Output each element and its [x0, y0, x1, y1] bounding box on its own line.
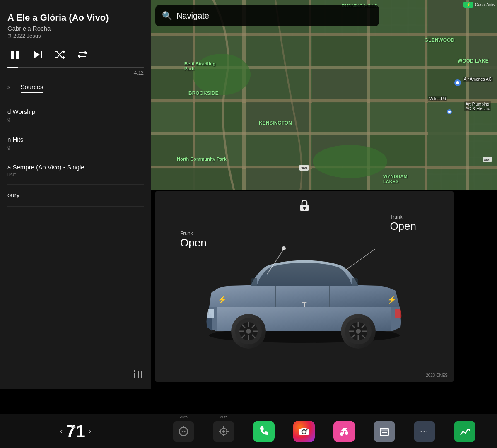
svg-point-120 — [345, 431, 348, 435]
search-icon: 🔍 — [162, 11, 172, 21]
svg-text:T: T — [302, 301, 307, 309]
progress-fill — [7, 67, 18, 68]
phone-button[interactable] — [253, 421, 275, 442]
svg-point-64 — [456, 81, 459, 84]
music-tabs: s Sources — [7, 83, 144, 97]
top-right-status: ⚡ Casa Activ — [463, 2, 495, 8]
trunk-title: Trunk — [390, 214, 416, 220]
bottom-apps: Auto Auto — [151, 421, 497, 442]
trunk-status: Open — [390, 220, 416, 232]
svg-rect-45 — [195, 102, 242, 132]
album-icon: ⊡ — [7, 33, 11, 39]
climate-button[interactable] — [173, 421, 194, 442]
more-button[interactable]: ··· — [414, 421, 435, 442]
repeat-button[interactable] — [77, 50, 88, 59]
app-autodrive[interactable]: Auto — [213, 421, 234, 442]
svg-rect-4 — [134, 373, 135, 378]
svg-rect-46 — [246, 102, 309, 132]
svg-rect-48 — [370, 102, 425, 132]
svg-rect-40 — [428, 36, 466, 66]
now-playing-section: A Ele a Glória (Ao Vivo) Gabriela Rocha … — [7, 12, 144, 39]
lock-icon[interactable] — [299, 199, 310, 214]
channel-next-button[interactable]: › — [89, 427, 91, 436]
svg-rect-7 — [141, 373, 142, 378]
svg-rect-47 — [312, 102, 367, 132]
map-area[interactable]: 369 869 RUNNING HILLS GLENWOOD WOOD LAKE… — [151, 0, 497, 190]
svg-rect-1 — [16, 51, 19, 59]
files-button[interactable] — [374, 421, 395, 442]
svg-rect-22 — [193, 0, 195, 190]
svg-text:369: 369 — [301, 166, 307, 170]
svg-rect-0 — [11, 51, 14, 59]
bottom-left-section: ‹ 71 › Auto — [0, 422, 151, 441]
progress-container: -4:12 — [7, 67, 144, 76]
svg-rect-6 — [138, 371, 139, 378]
svg-rect-44 — [151, 102, 193, 132]
svg-point-119 — [340, 432, 343, 436]
progress-bar[interactable] — [7, 67, 144, 68]
svg-rect-35 — [151, 69, 193, 99]
navigate-input[interactable]: Navigate — [176, 11, 209, 21]
artist-name: Gabriela Rocha — [7, 25, 144, 32]
playlist-item-1[interactable]: d Worship g — [7, 101, 144, 129]
equalizer-icon[interactable] — [133, 369, 144, 381]
analytics-button[interactable] — [454, 421, 475, 442]
svg-rect-26 — [425, 0, 427, 190]
app-climate[interactable]: Auto — [173, 421, 194, 442]
music-button[interactable] — [333, 421, 355, 442]
playlist-item-2[interactable]: n Hits g — [7, 129, 144, 157]
pause-button[interactable] — [9, 49, 21, 60]
svg-point-77 — [246, 329, 251, 334]
shuffle-button[interactable] — [55, 50, 65, 59]
camera-button[interactable] — [293, 421, 315, 442]
playlist-item-3[interactable]: a Sempre (Ao Vivo) - Single usic — [7, 157, 144, 185]
svg-rect-122 — [343, 430, 347, 431]
bottom-bar: ‹ 71 › Auto Auto — [0, 414, 497, 448]
playlist-item-title-2: n Hits — [7, 136, 144, 143]
svg-rect-116 — [343, 428, 347, 429]
next-button[interactable] — [32, 49, 43, 60]
auto-label: Auto — [71, 424, 80, 429]
frunk-status: Open — [180, 236, 207, 249]
svg-rect-23 — [242, 0, 246, 190]
svg-rect-56 — [428, 102, 466, 166]
svg-rect-39 — [370, 36, 425, 66]
navigate-bar[interactable]: 🔍 Navigate — [155, 5, 379, 26]
svg-point-102 — [282, 246, 286, 250]
playlist-item-title-4: oury — [7, 191, 144, 198]
car-image-container: T ⚡ ⚡ Frunk Open Trunk Open — [155, 191, 454, 382]
car-svg: T ⚡ ⚡ — [184, 224, 425, 349]
svg-rect-124 — [380, 428, 388, 431]
charging-icon: ⚡ — [463, 2, 473, 8]
playback-controls — [7, 49, 144, 60]
album-text: 2022 Jesus — [13, 33, 41, 39]
active-label: Activ — [486, 2, 495, 7]
casa-label: Casa — [475, 2, 485, 7]
tab-queue[interactable]: s — [7, 83, 11, 93]
playlist-item-sub-1: g — [7, 116, 144, 122]
svg-rect-50 — [469, 36, 497, 99]
svg-rect-37 — [246, 69, 309, 99]
app-autodrive-label: Auto — [220, 415, 228, 419]
svg-rect-5 — [134, 370, 135, 372]
more-icon: ··· — [420, 427, 429, 436]
channel-prev-button[interactable]: ‹ — [60, 427, 63, 436]
svg-rect-33 — [246, 36, 309, 66]
svg-point-61 — [313, 145, 387, 178]
time-remaining: -4:12 — [7, 70, 144, 76]
autodrive-button[interactable] — [213, 421, 234, 442]
svg-marker-2 — [34, 51, 40, 58]
frunk-label: Frunk Open — [180, 231, 207, 249]
tab-sources[interactable]: Sources — [21, 83, 43, 93]
svg-point-115 — [306, 429, 308, 430]
svg-rect-117 — [342, 429, 346, 430]
frunk-title: Frunk — [180, 231, 207, 236]
music-player-panel: A Ele a Glória (Ao Vivo) Gabriela Rocha … — [0, 0, 151, 389]
svg-rect-34 — [151, 36, 193, 66]
svg-line-103 — [346, 249, 375, 270]
playlist-item-title-3: a Sempre (Ao Vivo) - Single — [7, 164, 144, 171]
trunk-label: Trunk Open — [390, 214, 416, 233]
album-name: ⊡ 2022 Jesus — [7, 33, 144, 39]
svg-rect-106 — [304, 208, 305, 210]
playlist-item-4[interactable]: oury — [7, 185, 144, 207]
